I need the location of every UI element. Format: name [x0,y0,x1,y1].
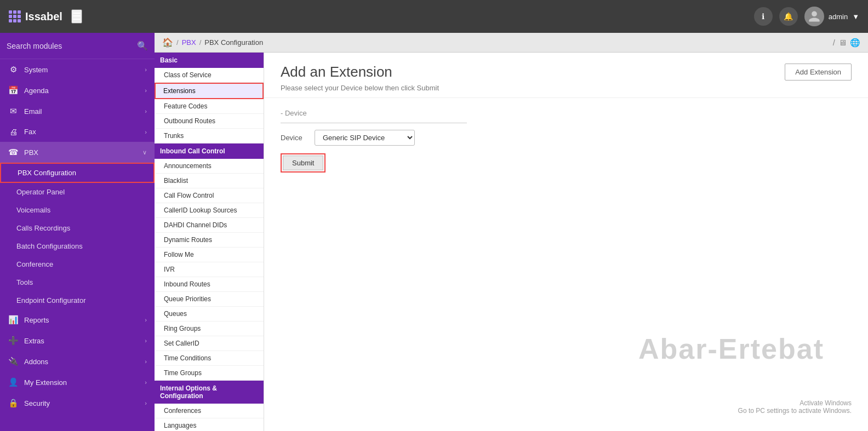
subnav-item-inbound-routes[interactable]: Inbound Routes [155,277,264,292]
pbx-icon: ☎ [8,147,19,157]
avatar [804,7,824,26]
subnav-item-class-of-service[interactable]: Class of Service [155,68,264,83]
fax-icon: 🖨 [8,127,19,136]
subnav-item-extensions[interactable]: Extensions [155,83,264,99]
sidebar-item-tools[interactable]: Tools [0,273,155,291]
subnav-item-time-conditions[interactable]: Time Conditions [155,351,264,366]
sidebar: Search modules 🔍 ⚙ System › 📅 Agenda › ✉… [0,33,155,431]
subnav-item-dynamic-routes[interactable]: Dynamic Routes [155,233,264,248]
subnav-header-internal: Internal Options & Configuration [155,381,264,404]
subnav-item-queues[interactable]: Queues [155,307,264,321]
subnav-item-outbound-routes[interactable]: Outbound Routes [155,114,264,129]
panel-header: Add an Extension Please select your Devi… [264,53,868,98]
submit-button[interactable]: Submit [283,156,323,170]
subnav-item-ivr[interactable]: IVR [155,262,264,277]
sidebar-item-calls-recordings[interactable]: Calls Recordings [0,219,155,237]
chevron-right-icon-extras: › [145,337,147,344]
sidebar-item-fax[interactable]: 🖨 Fax › [0,122,155,142]
sidebar-item-pbx[interactable]: ☎ PBX ∨ [0,142,155,163]
sidebar-item-label-extras: Extras [24,337,44,345]
extras-icon: ➕ [8,336,19,346]
sidebar-item-label-fax: Fax [24,128,36,136]
sidebar-sub-label-pbx-config: PBX Configuration [18,169,76,177]
sidebar-item-security[interactable]: 🔒 Security › [0,393,155,413]
sidebar-item-agenda[interactable]: 📅 Agenda › [0,80,155,101]
device-field-label: Device [281,134,308,142]
search-modules-button[interactable]: 🔍 [137,41,148,51]
subnav-item-feature-codes[interactable]: Feature Codes [155,99,264,114]
breadcrumb-icons: / 🖥 🌐 [833,38,860,48]
home-icon[interactable]: 🏠 [162,37,173,48]
sidebar-item-label-system: System [24,66,48,74]
sidebar-item-addons[interactable]: 🔌 Addons › [0,351,155,372]
sidebar-sub-label-tools: Tools [16,278,33,286]
sidebar-item-label-email: Email [24,107,42,116]
info-icon: ℹ [762,12,764,21]
subnav-item-queue-priorities[interactable]: Queue Priorities [155,292,264,307]
subnav-item-set-callerid[interactable]: Set CallerID [155,336,264,351]
subnav-item-trunks[interactable]: Trunks [155,129,264,143]
breadcrumb-sep-2: / [199,38,202,47]
addons-icon: 🔌 [8,357,19,366]
sidebar-item-operator-panel[interactable]: Operator Panel [0,183,155,201]
top-header: Issabel ☰ ℹ 🔔 admin ▼ [0,0,868,33]
breadcrumb-globe-icon: 🌐 [850,38,860,48]
header-right: ℹ 🔔 admin ▼ [754,7,859,26]
sidebar-sub-label-batch-configurations: Batch Configurations [16,242,83,250]
subnav-item-time-groups[interactable]: Time Groups [155,366,264,381]
subnav-item-dahdi-channel-dids[interactable]: DAHDI Channel DIDs [155,218,264,233]
search-modules-label: Search modules [7,42,62,50]
chevron-right-icon-fax: › [145,129,147,135]
user-info[interactable]: admin ▼ [804,7,859,26]
username-label: admin [829,13,848,21]
pbx-subnav: Basic Class of Service Extensions Featur… [155,53,264,431]
device-select[interactable]: Generic SIP Device DAHDI Device Generic … [315,130,415,146]
sidebar-sub-label-conference: Conference [16,260,53,268]
win-activate-line2: Go to PC settings to activate Windows. [738,407,852,415]
email-icon: ✉ [8,106,19,116]
windows-activation: Activate Windows Go to PC settings to ac… [738,399,852,415]
sidebar-item-my-extension[interactable]: 👤 My Extension › [0,372,155,393]
subnav-item-announcements[interactable]: Announcements [155,159,264,174]
system-icon: ⚙ [8,65,19,74]
panel-subtitle: Please select your Device below then cli… [281,84,439,92]
breadcrumb-slash-icon: / [833,38,835,47]
user-avatar-icon [808,10,821,23]
subnav-item-follow-me[interactable]: Follow Me [155,248,264,262]
reports-icon: 📊 [8,315,19,325]
breadcrumb: 🏠 / PBX / PBX Configuration / 🖥 🌐 [155,33,868,53]
sidebar-item-extras[interactable]: ➕ Extras › [0,330,155,351]
hamburger-button[interactable]: ☰ [71,9,82,24]
chevron-right-icon-reports: › [145,317,147,323]
sidebar-item-batch-configurations[interactable]: Batch Configurations [0,237,155,255]
breadcrumb-sep-1: / [176,38,179,47]
sidebar-item-endpoint-configurator[interactable]: Endpoint Configurator [0,291,155,309]
sidebar-item-reports[interactable]: 📊 Reports › [0,309,155,330]
bell-button[interactable]: 🔔 [779,7,798,26]
subnav-item-call-flow-control[interactable]: Call Flow Control [155,188,264,203]
sidebar-sub-label-calls-recordings: Calls Recordings [16,224,70,232]
sidebar-item-system[interactable]: ⚙ System › [0,59,155,80]
header-left: Issabel ☰ [9,9,82,24]
device-section-label: - Device [281,109,852,117]
sidebar-item-conference[interactable]: Conference [0,255,155,273]
subnav-item-conferences[interactable]: Conferences [155,404,264,418]
panel-header-text: Add an Extension Please select your Devi… [281,64,439,92]
logo: Issabel [9,10,62,23]
subnav-item-callerid-lookup[interactable]: CallerID Lookup Sources [155,203,264,218]
info-button[interactable]: ℹ [754,7,773,26]
subnav-item-ring-groups[interactable]: Ring Groups [155,321,264,336]
subnav-item-languages[interactable]: Languages [155,418,264,431]
subnav-item-blacklist[interactable]: Blacklist [155,174,264,188]
watermark: Abar-Ertebat [638,332,824,365]
sidebar-item-voicemails[interactable]: Voicemails [0,201,155,219]
chevron-right-icon-email: › [145,108,147,114]
device-divider [281,123,467,123]
sidebar-item-label-addons: Addons [24,358,48,366]
breadcrumb-pbx[interactable]: PBX [182,38,196,47]
sidebar-item-pbx-configuration[interactable]: PBX Configuration [0,163,155,183]
logo-dots [9,10,21,22]
body-layout: Search modules 🔍 ⚙ System › 📅 Agenda › ✉… [0,33,868,431]
add-extension-button[interactable]: Add Extension [785,64,852,81]
sidebar-item-email[interactable]: ✉ Email › [0,101,155,122]
